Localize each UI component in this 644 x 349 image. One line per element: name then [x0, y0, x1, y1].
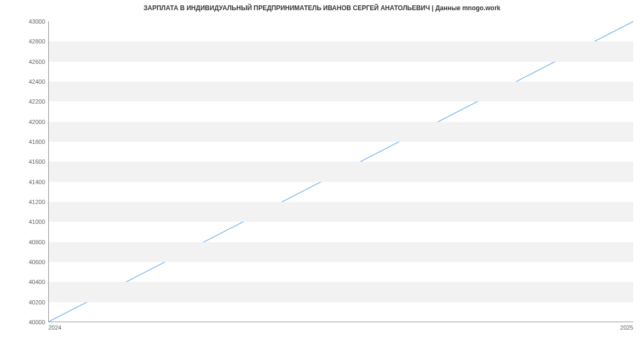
y-tick-label: 42200 [2, 98, 45, 105]
grid-band [49, 122, 633, 142]
x-tick-label: 2025 [620, 324, 633, 331]
y-tick-label: 41400 [2, 179, 45, 185]
y-tick-label: 40800 [2, 239, 45, 245]
y-tick-label: 41600 [2, 158, 45, 165]
chart-plot-area [48, 21, 633, 322]
grid-band [49, 282, 633, 302]
y-tick-label: 43000 [2, 18, 45, 25]
chart-title: ЗАРПЛАТА В ИНДИВИДУАЛЬНЫЙ ПРЕДПРИНИМАТЕЛ… [0, 4, 644, 12]
y-tick-label: 41200 [2, 199, 45, 205]
y-tick-label: 40000 [2, 319, 45, 325]
grid-band [49, 162, 633, 181]
chart-container: ЗАРПЛАТА В ИНДИВИДУАЛЬНЫЙ ПРЕДПРИНИМАТЕЛ… [0, 0, 644, 349]
grid-band [49, 202, 633, 222]
y-tick-label: 41800 [2, 139, 45, 145]
y-tick-label: 41000 [2, 219, 45, 225]
y-tick-label: 42600 [2, 59, 45, 65]
x-tick-label: 2024 [48, 324, 61, 331]
y-tick-label: 40400 [2, 279, 45, 285]
y-tick-label: 42400 [2, 78, 45, 85]
y-tick-label: 40600 [2, 259, 45, 265]
grid-band [49, 242, 633, 262]
grid-band [49, 82, 633, 101]
y-tick-label: 42000 [2, 119, 45, 125]
y-tick-label: 40200 [2, 299, 45, 306]
grid-band [49, 41, 633, 61]
y-tick-label: 42800 [2, 38, 45, 45]
